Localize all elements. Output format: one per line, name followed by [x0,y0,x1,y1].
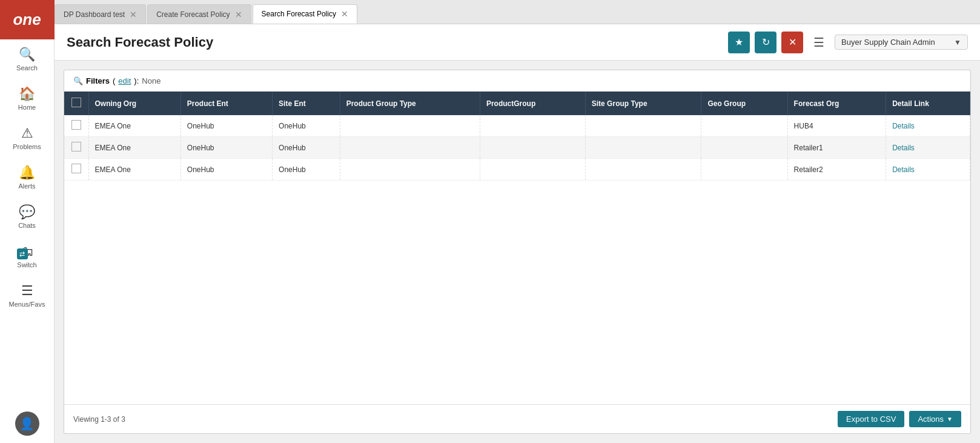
tab-dp-dashboard[interactable]: DP Dashboard test ✕ [55,4,146,24]
td-select-1[interactable] [64,137,88,159]
dropdown-arrow-icon: ▼ [954,38,961,47]
header-actions: ★ ↻ ✕ ☰ Buyer Supply Chain Admin ▼ [728,32,968,53]
th-product-group: ProductGroup [480,92,585,115]
footer-buttons: Export to CSV Actions [838,411,961,427]
sidebar-label-alerts: Alerts [18,182,35,190]
tab-create-forecast-close[interactable]: ✕ [235,10,242,19]
tab-dp-dashboard-close[interactable]: ✕ [130,10,137,19]
page-title: Search Forecast Policy [67,35,728,50]
export-csv-button[interactable]: Export to CSV [838,411,904,427]
filters-label: Filters [86,76,110,85]
select-all-checkbox[interactable] [71,98,81,107]
user-dropdown[interactable]: Buyer Supply Chain Admin ▼ [835,35,968,50]
filter-icon: 🔍 [73,76,83,85]
td-product-group-type-0 [340,115,480,137]
td-site-ent-0: OneHub [273,115,340,137]
menu-button[interactable]: ☰ [808,32,830,53]
td-forecast-org-2: Retailer2 [787,159,886,181]
td-geo-group-2 [701,159,787,181]
filter-edit-paren: ( [113,76,115,85]
refresh-button[interactable]: ↻ [755,32,776,53]
td-site-group-type-1 [585,137,701,159]
th-geo-group: Geo Group [701,92,787,115]
sidebar-item-alerts[interactable]: 🔔 Alerts [0,158,54,197]
main-content: DP Dashboard test ✕ Create Forecast Poli… [55,0,980,443]
td-detail-link-1[interactable]: Details [886,137,970,159]
table-container: Owning Org Product Ent Site Ent Product … [64,92,970,404]
table-header: Owning Org Product Ent Site Ent Product … [64,92,970,115]
sidebar-label-problems: Problems [13,143,41,150]
alerts-icon: 🔔 [19,165,35,181]
table-row: EMEA One OneHub OneHub HUB4 Details [64,115,970,137]
app-logo[interactable]: one [0,0,55,39]
td-detail-link-0[interactable]: Details [886,115,970,137]
td-site-group-type-2 [585,159,701,181]
td-owning-org-1: EMEA One [88,137,180,159]
sidebar-label-menus: Menus/Favs [9,301,45,308]
td-product-group-type-2 [340,159,480,181]
switch-badge: ⇄ [17,248,28,259]
td-owning-org-0: EMEA One [88,115,180,137]
sidebar-item-search[interactable]: 🔍 Search [0,39,54,79]
content-area: 🔍 Filters ( edit ): None Owning Org [55,61,980,443]
th-site-ent: Site Ent [273,92,340,115]
td-product-ent-0: OneHub [180,115,272,137]
favorite-button[interactable]: ★ [728,32,750,53]
details-link-0[interactable]: Details [892,122,915,130]
td-product-ent-1: OneHub [180,137,272,159]
sidebar: one 🔍 Search 🏠 Home ⚠ Problems 🔔 Alerts … [0,0,55,443]
close-button[interactable]: ✕ [781,32,803,53]
sidebar-item-home[interactable]: 🏠 Home [0,79,54,118]
sidebar-item-switch[interactable]: 🗂 ⇄ Switch [0,236,54,276]
details-link-1[interactable]: Details [892,144,915,152]
th-select[interactable] [64,92,88,115]
page-header: Search Forecast Policy ★ ↻ ✕ ☰ Buyer Sup… [55,24,980,61]
filter-value: None [142,76,161,85]
logo-text: one [13,10,41,29]
tab-search-forecast-close[interactable]: ✕ [341,9,348,19]
chats-icon: 💬 [19,204,35,220]
sidebar-item-user-avatar[interactable]: 👤 [0,404,54,443]
actions-button[interactable]: Actions [909,411,961,427]
details-link-2[interactable]: Details [892,165,915,174]
tab-create-forecast-label: Create Forecast Policy [156,10,230,19]
td-site-ent-1: OneHub [273,137,340,159]
sidebar-label-home: Home [18,104,36,111]
row-checkbox-1[interactable] [71,142,81,152]
th-site-group-type: Site Group Type [585,92,701,115]
sidebar-item-menus[interactable]: ☰ Menus/Favs [0,276,54,315]
menus-icon: ☰ [21,283,33,299]
td-select-0[interactable] [64,115,88,137]
td-site-ent-2: OneHub [273,159,340,181]
td-forecast-org-1: Retailer1 [787,137,886,159]
results-table: Owning Org Product Ent Site Ent Product … [64,92,970,181]
td-product-group-type-1 [340,137,480,159]
sidebar-item-chats[interactable]: 💬 Chats [0,197,54,236]
tab-search-forecast[interactable]: Search Forecast Policy ✕ [253,4,357,24]
content-panel: 🔍 Filters ( edit ): None Owning Org [64,70,971,434]
user-name: Buyer Supply Chain Admin [841,38,935,47]
search-icon: 🔍 [19,47,35,62]
viewing-text: Viewing 1-3 of 3 [73,415,125,424]
tab-bar: DP Dashboard test ✕ Create Forecast Poli… [55,0,980,24]
table-row: EMEA One OneHub OneHub Retailer1 Details [64,137,970,159]
td-detail-link-2[interactable]: Details [886,159,970,181]
filter-edit-paren-close: ): [134,76,139,85]
sidebar-label-switch: Switch [17,261,36,268]
sidebar-label-search: Search [16,64,38,72]
td-product-ent-2: OneHub [180,159,272,181]
th-owning-org: Owning Org [88,92,180,115]
table-footer: Viewing 1-3 of 3 Export to CSV Actions [64,404,970,433]
row-checkbox-2[interactable] [71,164,81,173]
td-product-group-1 [480,137,585,159]
td-geo-group-0 [701,115,787,137]
filter-bar: 🔍 Filters ( edit ): None [64,70,970,92]
td-geo-group-1 [701,137,787,159]
tab-create-forecast[interactable]: Create Forecast Policy ✕ [147,4,251,24]
row-checkbox-0[interactable] [71,120,81,130]
filter-edit-link[interactable]: edit [118,76,131,85]
tab-dp-dashboard-label: DP Dashboard test [64,10,125,19]
sidebar-item-problems[interactable]: ⚠ Problems [0,118,54,158]
td-select-2[interactable] [64,159,88,181]
th-product-ent: Product Ent [180,92,272,115]
